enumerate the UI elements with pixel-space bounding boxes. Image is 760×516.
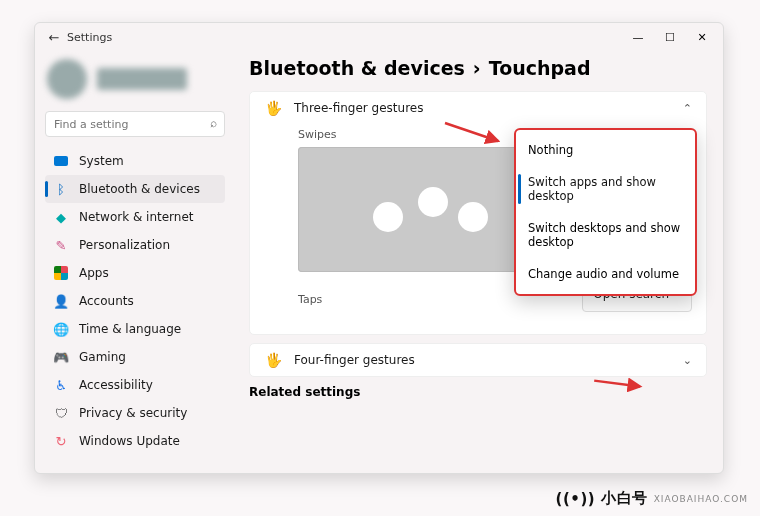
profile-block[interactable] — [47, 59, 225, 99]
minimize-button[interactable]: — — [623, 26, 653, 48]
sidebar-item-label: Apps — [79, 266, 109, 280]
window-controls: — ☐ ✕ — [623, 26, 717, 48]
a11y-icon: ♿ — [53, 377, 69, 393]
sidebar-item-a11y[interactable]: ♿Accessibility — [45, 371, 225, 399]
taps-label: Taps — [298, 293, 322, 306]
pers-icon: ✎ — [53, 237, 69, 253]
sidebar-item-pers[interactable]: ✎Personalization — [45, 231, 225, 259]
back-button[interactable]: ← — [41, 30, 67, 45]
search-input[interactable] — [45, 111, 225, 137]
card-title: Three-finger gestures — [294, 101, 671, 115]
sidebar-item-label: Gaming — [79, 350, 126, 364]
net-icon: ◆ — [53, 209, 69, 225]
profile-name — [97, 68, 187, 90]
sidebar-item-apps[interactable]: Apps — [45, 259, 225, 287]
expand-chevron-icon[interactable]: ⌄ — [683, 354, 692, 367]
acc-icon: 👤 — [53, 293, 69, 309]
settings-window: ← Settings — ☐ ✕ ⌕ SystemᛒBluetooth & de… — [34, 22, 724, 474]
close-button[interactable]: ✕ — [687, 26, 717, 48]
maximize-button[interactable]: ☐ — [655, 26, 685, 48]
breadcrumb-current: Touchpad — [489, 57, 591, 79]
watermark: ((•)) 小白号 XIAOBAIHAO.COM — [556, 489, 748, 508]
sidebar-item-system[interactable]: System — [45, 147, 225, 175]
search-box: ⌕ — [45, 111, 225, 137]
sidebar-item-label: Windows Update — [79, 434, 180, 448]
dropdown-option[interactable]: Switch apps and show desktop — [516, 166, 695, 212]
priv-icon: 🛡 — [53, 405, 69, 421]
four-finger-card[interactable]: 🖐 Four-finger gestures ⌄ — [249, 343, 707, 377]
system-icon — [53, 153, 69, 169]
swipes-dropdown-menu[interactable]: NothingSwitch apps and show desktopSwitc… — [514, 128, 697, 296]
sidebar-item-game[interactable]: 🎮Gaming — [45, 343, 225, 371]
collapse-chevron-icon[interactable]: ⌃ — [683, 102, 692, 115]
broadcast-icon: ((•)) — [556, 490, 596, 508]
breadcrumb-parent[interactable]: Bluetooth & devices — [249, 57, 465, 79]
sidebar-item-net[interactable]: ◆Network & internet — [45, 203, 225, 231]
time-icon: 🌐 — [53, 321, 69, 337]
sidebar-item-label: System — [79, 154, 124, 168]
sidebar-item-label: Bluetooth & devices — [79, 182, 200, 196]
sidebar-item-label: Privacy & security — [79, 406, 187, 420]
dropdown-option[interactable]: Change audio and volume — [516, 258, 695, 290]
game-icon: 🎮 — [53, 349, 69, 365]
chevron-right-icon: › — [473, 57, 481, 79]
sidebar-item-label: Network & internet — [79, 210, 194, 224]
sidebar: ⌕ SystemᛒBluetooth & devices◆Network & i… — [35, 51, 235, 473]
sidebar-item-priv[interactable]: 🛡Privacy & security — [45, 399, 225, 427]
sidebar-item-label: Accounts — [79, 294, 134, 308]
sidebar-item-label: Accessibility — [79, 378, 153, 392]
sidebar-item-time[interactable]: 🌐Time & language — [45, 315, 225, 343]
app-title: Settings — [67, 31, 623, 44]
sidebar-item-acc[interactable]: 👤Accounts — [45, 287, 225, 315]
sidebar-item-bt[interactable]: ᛒBluetooth & devices — [45, 175, 225, 203]
related-settings-header: Related settings — [249, 385, 707, 399]
dropdown-option[interactable]: Switch desktops and show desktop — [516, 212, 695, 258]
dropdown-option[interactable]: Nothing — [516, 134, 695, 166]
card-title: Four-finger gestures — [294, 353, 671, 367]
apps-icon — [53, 265, 69, 281]
sidebar-item-label: Personalization — [79, 238, 170, 252]
search-icon: ⌕ — [210, 116, 217, 130]
bt-icon: ᛒ — [53, 181, 69, 197]
hand-icon: 🖐 — [264, 352, 282, 368]
sidebar-item-label: Time & language — [79, 322, 181, 336]
breadcrumb: Bluetooth & devices › Touchpad — [249, 57, 707, 79]
hand-icon: 🖐 — [264, 100, 282, 116]
avatar — [47, 59, 87, 99]
sidebar-item-upd[interactable]: ↻Windows Update — [45, 427, 225, 455]
titlebar: ← Settings — ☐ ✕ — [35, 23, 723, 51]
upd-icon: ↻ — [53, 433, 69, 449]
